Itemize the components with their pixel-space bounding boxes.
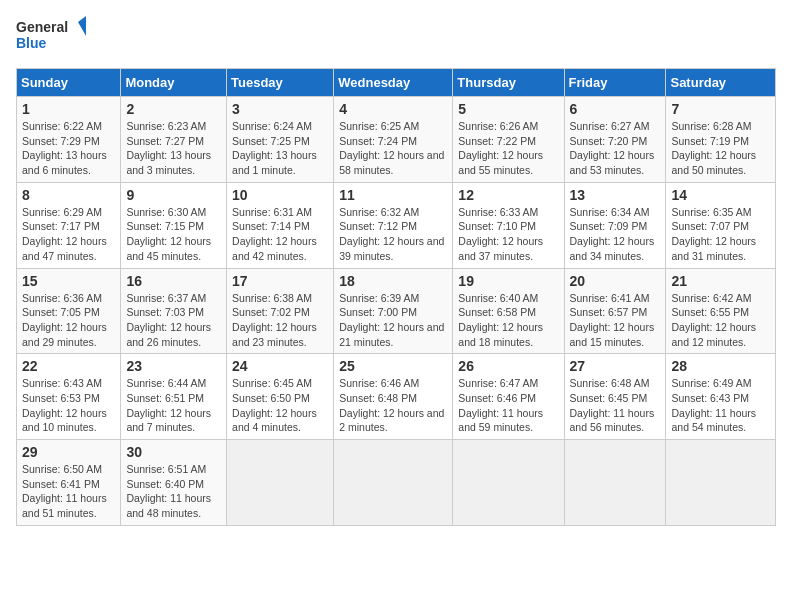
day-number: 19 xyxy=(458,273,558,289)
header-day-monday: Monday xyxy=(121,69,227,97)
calendar-cell: 3 Sunrise: 6:24 AM Sunset: 7:25 PM Dayli… xyxy=(227,97,334,183)
calendar-cell: 10 Sunrise: 6:31 AM Sunset: 7:14 PM Dayl… xyxy=(227,182,334,268)
daylight-label: Daylight: 12 hours and 58 minutes. xyxy=(339,149,444,176)
calendar-cell: 24 Sunrise: 6:45 AM Sunset: 6:50 PM Dayl… xyxy=(227,354,334,440)
calendar-cell: 20 Sunrise: 6:41 AM Sunset: 6:57 PM Dayl… xyxy=(564,268,666,354)
day-info: Sunrise: 6:46 AM Sunset: 6:48 PM Dayligh… xyxy=(339,376,447,435)
sunset-label: Sunset: 7:17 PM xyxy=(22,220,100,232)
day-number: 12 xyxy=(458,187,558,203)
sunset-label: Sunset: 6:57 PM xyxy=(570,306,648,318)
day-info: Sunrise: 6:47 AM Sunset: 6:46 PM Dayligh… xyxy=(458,376,558,435)
sunrise-label: Sunrise: 6:31 AM xyxy=(232,206,312,218)
sunset-label: Sunset: 6:58 PM xyxy=(458,306,536,318)
sunrise-label: Sunrise: 6:49 AM xyxy=(671,377,751,389)
sunrise-label: Sunrise: 6:25 AM xyxy=(339,120,419,132)
sunset-label: Sunset: 6:43 PM xyxy=(671,392,749,404)
daylight-label: Daylight: 12 hours and 18 minutes. xyxy=(458,321,543,348)
day-info: Sunrise: 6:38 AM Sunset: 7:02 PM Dayligh… xyxy=(232,291,328,350)
sunrise-label: Sunrise: 6:22 AM xyxy=(22,120,102,132)
day-number: 4 xyxy=(339,101,447,117)
day-info: Sunrise: 6:50 AM Sunset: 6:41 PM Dayligh… xyxy=(22,462,115,521)
calendar-cell: 12 Sunrise: 6:33 AM Sunset: 7:10 PM Dayl… xyxy=(453,182,564,268)
sunrise-label: Sunrise: 6:47 AM xyxy=(458,377,538,389)
calendar-cell: 6 Sunrise: 6:27 AM Sunset: 7:20 PM Dayli… xyxy=(564,97,666,183)
day-info: Sunrise: 6:37 AM Sunset: 7:03 PM Dayligh… xyxy=(126,291,221,350)
sunrise-label: Sunrise: 6:32 AM xyxy=(339,206,419,218)
daylight-label: Daylight: 12 hours and 2 minutes. xyxy=(339,407,444,434)
calendar-cell: 14 Sunrise: 6:35 AM Sunset: 7:07 PM Dayl… xyxy=(666,182,776,268)
sunrise-label: Sunrise: 6:38 AM xyxy=(232,292,312,304)
daylight-label: Daylight: 12 hours and 21 minutes. xyxy=(339,321,444,348)
calendar-cell: 9 Sunrise: 6:30 AM Sunset: 7:15 PM Dayli… xyxy=(121,182,227,268)
sunrise-label: Sunrise: 6:36 AM xyxy=(22,292,102,304)
svg-marker-2 xyxy=(78,16,86,36)
day-number: 8 xyxy=(22,187,115,203)
sunrise-label: Sunrise: 6:27 AM xyxy=(570,120,650,132)
sunset-label: Sunset: 6:45 PM xyxy=(570,392,648,404)
calendar-cell: 7 Sunrise: 6:28 AM Sunset: 7:19 PM Dayli… xyxy=(666,97,776,183)
calendar-cell: 29 Sunrise: 6:50 AM Sunset: 6:41 PM Dayl… xyxy=(17,440,121,526)
header-row: SundayMondayTuesdayWednesdayThursdayFrid… xyxy=(17,69,776,97)
sunset-label: Sunset: 6:53 PM xyxy=(22,392,100,404)
calendar-cell: 1 Sunrise: 6:22 AM Sunset: 7:29 PM Dayli… xyxy=(17,97,121,183)
sunset-label: Sunset: 7:12 PM xyxy=(339,220,417,232)
sunrise-label: Sunrise: 6:23 AM xyxy=(126,120,206,132)
daylight-label: Daylight: 12 hours and 34 minutes. xyxy=(570,235,655,262)
day-number: 7 xyxy=(671,101,770,117)
daylight-label: Daylight: 12 hours and 31 minutes. xyxy=(671,235,756,262)
daylight-label: Daylight: 12 hours and 37 minutes. xyxy=(458,235,543,262)
calendar-cell: 22 Sunrise: 6:43 AM Sunset: 6:53 PM Dayl… xyxy=(17,354,121,440)
sunrise-label: Sunrise: 6:51 AM xyxy=(126,463,206,475)
sunrise-label: Sunrise: 6:33 AM xyxy=(458,206,538,218)
sunset-label: Sunset: 7:24 PM xyxy=(339,135,417,147)
day-number: 29 xyxy=(22,444,115,460)
day-number: 26 xyxy=(458,358,558,374)
calendar-cell: 8 Sunrise: 6:29 AM Sunset: 7:17 PM Dayli… xyxy=(17,182,121,268)
day-number: 27 xyxy=(570,358,661,374)
header-day-friday: Friday xyxy=(564,69,666,97)
calendar-cell: 18 Sunrise: 6:39 AM Sunset: 7:00 PM Dayl… xyxy=(334,268,453,354)
daylight-label: Daylight: 11 hours and 56 minutes. xyxy=(570,407,655,434)
daylight-label: Daylight: 12 hours and 4 minutes. xyxy=(232,407,317,434)
sunrise-label: Sunrise: 6:35 AM xyxy=(671,206,751,218)
sunrise-label: Sunrise: 6:30 AM xyxy=(126,206,206,218)
day-info: Sunrise: 6:40 AM Sunset: 6:58 PM Dayligh… xyxy=(458,291,558,350)
calendar-table: SundayMondayTuesdayWednesdayThursdayFrid… xyxy=(16,68,776,526)
sunset-label: Sunset: 7:02 PM xyxy=(232,306,310,318)
day-info: Sunrise: 6:33 AM Sunset: 7:10 PM Dayligh… xyxy=(458,205,558,264)
calendar-cell: 5 Sunrise: 6:26 AM Sunset: 7:22 PM Dayli… xyxy=(453,97,564,183)
sunset-label: Sunset: 6:46 PM xyxy=(458,392,536,404)
sunrise-label: Sunrise: 6:26 AM xyxy=(458,120,538,132)
calendar-cell: 11 Sunrise: 6:32 AM Sunset: 7:12 PM Dayl… xyxy=(334,182,453,268)
calendar-cell xyxy=(666,440,776,526)
sunset-label: Sunset: 7:09 PM xyxy=(570,220,648,232)
calendar-cell: 27 Sunrise: 6:48 AM Sunset: 6:45 PM Dayl… xyxy=(564,354,666,440)
header-day-saturday: Saturday xyxy=(666,69,776,97)
day-number: 21 xyxy=(671,273,770,289)
calendar-cell xyxy=(564,440,666,526)
day-info: Sunrise: 6:26 AM Sunset: 7:22 PM Dayligh… xyxy=(458,119,558,178)
day-info: Sunrise: 6:25 AM Sunset: 7:24 PM Dayligh… xyxy=(339,119,447,178)
day-number: 24 xyxy=(232,358,328,374)
calendar-cell xyxy=(227,440,334,526)
sunset-label: Sunset: 7:03 PM xyxy=(126,306,204,318)
day-number: 16 xyxy=(126,273,221,289)
day-info: Sunrise: 6:44 AM Sunset: 6:51 PM Dayligh… xyxy=(126,376,221,435)
week-row-3: 15 Sunrise: 6:36 AM Sunset: 7:05 PM Dayl… xyxy=(17,268,776,354)
daylight-label: Daylight: 11 hours and 48 minutes. xyxy=(126,492,211,519)
daylight-label: Daylight: 11 hours and 54 minutes. xyxy=(671,407,756,434)
daylight-label: Daylight: 12 hours and 29 minutes. xyxy=(22,321,107,348)
day-info: Sunrise: 6:28 AM Sunset: 7:19 PM Dayligh… xyxy=(671,119,770,178)
sunset-label: Sunset: 7:15 PM xyxy=(126,220,204,232)
sunrise-label: Sunrise: 6:28 AM xyxy=(671,120,751,132)
day-number: 5 xyxy=(458,101,558,117)
calendar-cell: 17 Sunrise: 6:38 AM Sunset: 7:02 PM Dayl… xyxy=(227,268,334,354)
day-info: Sunrise: 6:35 AM Sunset: 7:07 PM Dayligh… xyxy=(671,205,770,264)
daylight-label: Daylight: 12 hours and 45 minutes. xyxy=(126,235,211,262)
daylight-label: Daylight: 13 hours and 1 minute. xyxy=(232,149,317,176)
header-day-wednesday: Wednesday xyxy=(334,69,453,97)
calendar-cell: 21 Sunrise: 6:42 AM Sunset: 6:55 PM Dayl… xyxy=(666,268,776,354)
daylight-label: Daylight: 13 hours and 3 minutes. xyxy=(126,149,211,176)
sunrise-label: Sunrise: 6:50 AM xyxy=(22,463,102,475)
day-number: 13 xyxy=(570,187,661,203)
